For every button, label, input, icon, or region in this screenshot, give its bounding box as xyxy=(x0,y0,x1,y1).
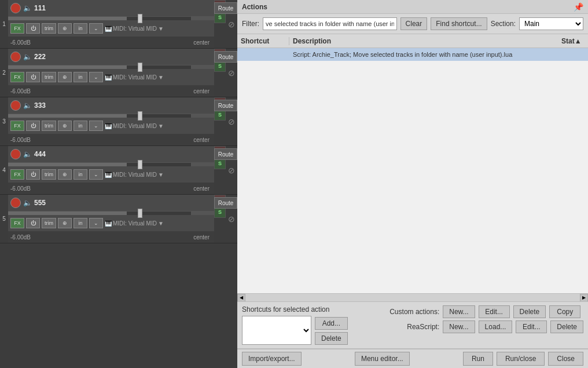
power-button[interactable]: ⏻ xyxy=(26,72,40,82)
custom-actions-row: Custom actions: New... Edit... Delete Co… xyxy=(381,305,583,318)
clear-button[interactable]: Clear xyxy=(400,17,428,30)
track-fader-handle[interactable] xyxy=(138,111,142,121)
env-button[interactable]: ⌄ xyxy=(89,218,103,228)
in-button[interactable]: in xyxy=(74,72,87,82)
track-fader-handle[interactable] xyxy=(138,14,142,23)
reascript-load-button[interactable]: Load... xyxy=(479,320,513,333)
center-label: center xyxy=(193,88,210,94)
phase-button[interactable]: ⊕ xyxy=(58,72,72,82)
section-label: Section: xyxy=(491,20,516,28)
route-button[interactable]: Route xyxy=(214,148,237,160)
track-controls: FX ⏻ trim ⊕ in ⌄ 🎹 MIDI: Virtual MID ▼ xyxy=(8,20,214,37)
scroll-left-arrow[interactable]: ◀ xyxy=(237,294,245,302)
in-button[interactable]: in xyxy=(74,169,87,180)
menu-editor-button[interactable]: Menu editor... xyxy=(355,352,410,366)
track-row: 5 🔈 555 Route FX ⏻ trim ⊕ in ⌄ xyxy=(0,195,237,243)
scroll-right-arrow[interactable]: ▶ xyxy=(580,294,588,302)
track-bottom-row: -6.00dB center xyxy=(8,134,214,145)
midi-arrow: ▼ xyxy=(158,123,164,129)
trim-button[interactable]: trim xyxy=(42,218,56,228)
track-fader-area[interactable] xyxy=(8,114,214,118)
fx-button[interactable]: FX xyxy=(10,218,24,228)
fx-button[interactable]: FX xyxy=(10,121,24,131)
track-main: 🔈 444 Route FX ⏻ trim ⊕ in ⌄ 🎹 MIDI: Vi xyxy=(8,146,214,194)
shortcuts-list[interactable] xyxy=(242,316,311,345)
power-button[interactable]: ⏻ xyxy=(26,218,40,228)
power-button[interactable]: ⏻ xyxy=(26,169,40,180)
find-shortcut-button[interactable]: Find shortcut... xyxy=(431,17,487,30)
route-button[interactable]: Route xyxy=(214,100,237,111)
track-top: 🔈 111 Route xyxy=(8,0,214,16)
in-button[interactable]: in xyxy=(74,23,87,34)
db-label: -6.00dB xyxy=(10,39,31,46)
env-button[interactable]: ⌄ xyxy=(89,169,103,180)
custom-delete-button[interactable]: Delete xyxy=(513,305,546,318)
run-button[interactable]: Run xyxy=(463,352,493,366)
selected-action-row[interactable]: Script: Archie_Track; Move selected trac… xyxy=(237,48,588,61)
route-button[interactable]: Route xyxy=(214,2,237,14)
power-button[interactable]: ⏻ xyxy=(26,121,40,131)
fx-button[interactable]: FX xyxy=(10,23,24,34)
env-button[interactable]: ⌄ xyxy=(89,121,103,131)
track-record-button[interactable] xyxy=(10,52,21,62)
reascript-new-button[interactable]: New... xyxy=(443,320,475,333)
delete-shortcut-button[interactable]: Delete xyxy=(315,332,348,345)
midi-icon: 🎹 xyxy=(105,74,112,81)
in-button[interactable]: in xyxy=(74,218,87,228)
custom-new-button[interactable]: New... xyxy=(443,305,475,318)
track-fader-handle[interactable] xyxy=(138,63,142,72)
run-close-button[interactable]: Run/close xyxy=(497,352,545,366)
phase-button[interactable]: ⊕ xyxy=(58,121,72,131)
add-shortcut-button[interactable]: Add... xyxy=(315,317,348,330)
pin-button[interactable]: 📌 xyxy=(574,2,583,12)
route-button[interactable]: Route xyxy=(214,197,237,209)
midi-label: MIDI: Virtual MID xyxy=(113,220,157,227)
trim-button[interactable]: trim xyxy=(42,72,56,82)
track-main: 🔈 111 Route FX ⏻ trim ⊕ in ⌄ 🎹 MIDI: Vi xyxy=(8,0,214,48)
track-fader-area[interactable] xyxy=(8,65,214,69)
track-midi: 🎹 MIDI: Virtual MID ▼ xyxy=(105,220,164,227)
scroll-track[interactable] xyxy=(245,294,580,301)
track-record-button[interactable] xyxy=(10,149,21,159)
db-label: -6.00dB xyxy=(10,234,31,241)
col-shortcut-header: Shortcut xyxy=(237,37,289,45)
track-record-button[interactable] xyxy=(10,198,21,208)
track-fader-handle[interactable] xyxy=(138,209,142,218)
table-scroll-area[interactable]: Script: Archie_Track; Move selected trac… xyxy=(237,48,588,301)
fx-button[interactable]: FX xyxy=(10,72,24,82)
env-button[interactable]: ⌄ xyxy=(89,23,103,34)
phase-button[interactable]: ⊕ xyxy=(58,169,72,180)
trim-button[interactable]: trim xyxy=(42,23,56,34)
in-button[interactable]: in xyxy=(74,121,87,131)
track-main: 🔈 333 Route FX ⏻ trim ⊕ in ⌄ 🎹 MIDI: Vi xyxy=(8,97,214,145)
power-button[interactable]: ⏻ xyxy=(26,23,40,34)
track-bottom-row: -6.00dB center xyxy=(8,183,214,194)
horizontal-scrollbar[interactable]: ◀ ▶ xyxy=(237,293,588,301)
track-fader-area[interactable] xyxy=(8,211,214,215)
reascript-edit-button[interactable]: Edit... xyxy=(516,320,547,333)
trim-button[interactable]: trim xyxy=(42,121,56,131)
custom-copy-button[interactable]: Copy xyxy=(549,305,580,318)
track-fader-area[interactable] xyxy=(8,16,214,20)
custom-edit-button[interactable]: Edit... xyxy=(479,305,510,318)
track-record-button[interactable] xyxy=(10,3,21,13)
import-export-button[interactable]: Import/export... xyxy=(242,352,302,366)
reascript-delete-button[interactable]: Delete xyxy=(550,320,583,333)
filter-input[interactable] xyxy=(263,17,397,30)
track-number: 2 xyxy=(0,49,8,97)
midi-label: MIDI: Virtual MID xyxy=(113,172,157,178)
track-fader-handle[interactable] xyxy=(138,160,142,169)
midi-icon: 🎹 xyxy=(105,172,112,178)
track-record-button[interactable] xyxy=(10,100,21,111)
phase-button[interactable]: ⊕ xyxy=(58,218,72,228)
fx-button[interactable]: FX xyxy=(10,169,24,180)
track-number: 4 xyxy=(0,146,8,194)
track-fader-area[interactable] xyxy=(8,162,214,166)
section-select[interactable]: Main MIDI Editor Media Explorer xyxy=(519,17,583,30)
trim-button[interactable]: trim xyxy=(42,169,56,180)
route-button[interactable]: Route xyxy=(214,51,237,63)
close-button[interactable]: Close xyxy=(548,352,583,366)
midi-label: MIDI: Virtual MID xyxy=(113,25,157,32)
env-button[interactable]: ⌄ xyxy=(89,72,103,82)
phase-button[interactable]: ⊕ xyxy=(58,23,72,34)
